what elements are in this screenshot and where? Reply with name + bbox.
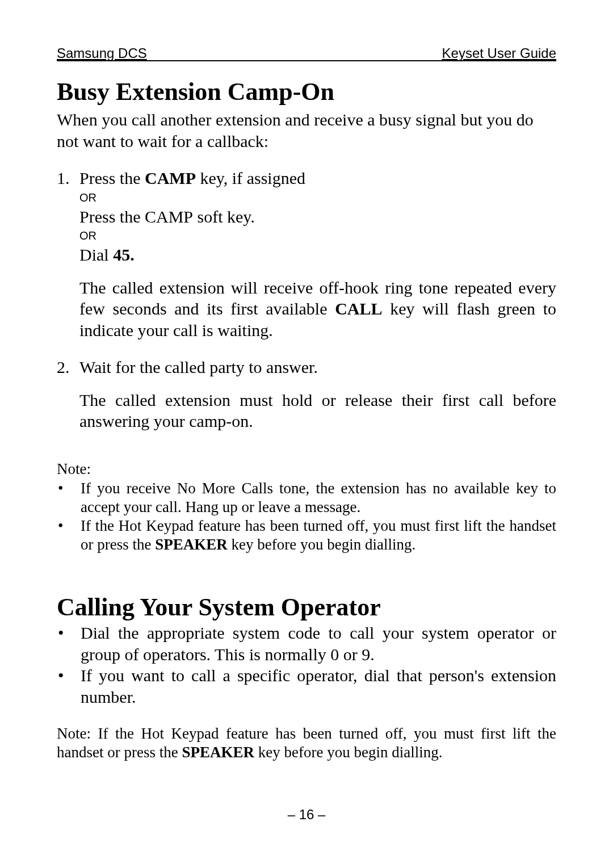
note-text: If the Hot Keypad feature has been turne… <box>81 517 556 554</box>
step-number: 2. <box>57 357 79 378</box>
softkey-camp: CAMP <box>145 207 193 226</box>
section-title-calling-operator: Calling Your System Operator <box>57 594 556 621</box>
list-item: • If you receive No More Calls tone, the… <box>57 479 556 517</box>
text: key before you begin dialling. <box>228 536 415 553</box>
text: Press the <box>79 207 145 226</box>
list-item: • If you want to call a specific operato… <box>57 665 556 707</box>
note-heading: Note: <box>57 460 556 478</box>
or-separator: OR <box>79 189 556 206</box>
header-right: Keyset User Guide <box>442 45 556 61</box>
bullet-icon: • <box>57 479 81 517</box>
dial-code: 45. <box>113 245 135 264</box>
section2-note: Note: If the Hot Keypad feature has been… <box>57 724 556 762</box>
section1-intro: When you call another extension and rece… <box>57 109 556 152</box>
text: If you want to call a specific operator,… <box>81 665 556 707</box>
step-2: 2. Wait for the called party to answer. <box>57 357 556 378</box>
page-content: Samsung DCS Keyset User Guide Busy Exten… <box>57 45 556 762</box>
step1-line2: Press the CAMP soft key. <box>79 206 556 228</box>
bullet-icon: • <box>57 665 81 707</box>
section1-steps: 1. Press the CAMP key, if assigned OR Pr… <box>57 167 556 432</box>
note-text: If you receive No More Calls tone, the e… <box>81 479 556 517</box>
text: soft key. <box>193 207 255 226</box>
document-page: Samsung DCS Keyset User Guide Busy Exten… <box>0 0 613 868</box>
section-title-busy-extension: Busy Extension Camp-On <box>57 78 556 106</box>
page-header: Samsung DCS Keyset User Guide <box>57 45 556 61</box>
bullet-icon: • <box>57 517 81 554</box>
text: key before you begin dialling. <box>254 744 442 761</box>
section2-list: • Dial the appropriate system code to ca… <box>57 622 556 707</box>
step1-line1: Press the CAMP key, if assigned <box>79 167 556 189</box>
text: Dial <box>79 245 113 264</box>
step1-line3: Dial 45. <box>79 244 556 266</box>
key-speaker: SPEAKER <box>155 536 228 553</box>
step-number: 1. <box>57 167 79 266</box>
page-number: – 16 – <box>0 807 613 823</box>
header-left: Samsung DCS <box>57 45 147 61</box>
step-1: 1. Press the CAMP key, if assigned OR Pr… <box>57 167 556 266</box>
step1-detail: The called extension will receive off-ho… <box>79 277 556 341</box>
key-speaker: SPEAKER <box>182 744 254 761</box>
key-call: CALL <box>335 299 382 318</box>
key-camp: CAMP <box>145 169 196 187</box>
or-separator: OR <box>79 227 556 244</box>
step-body: Press the CAMP key, if assigned OR Press… <box>79 167 556 266</box>
list-item: • If the Hot Keypad feature has been tur… <box>57 517 556 554</box>
text: Dial the appropriate system code to call… <box>81 622 556 665</box>
step-body: Wait for the called party to answer. <box>79 357 556 378</box>
list-item: • Dial the appropriate system code to ca… <box>57 622 556 665</box>
text: key, if assigned <box>196 169 305 187</box>
step2-detail: The called extension must hold or releas… <box>79 389 556 432</box>
section1-notes: • If you receive No More Calls tone, the… <box>57 479 556 554</box>
bullet-icon: • <box>57 622 81 665</box>
text: Press the <box>79 169 145 187</box>
